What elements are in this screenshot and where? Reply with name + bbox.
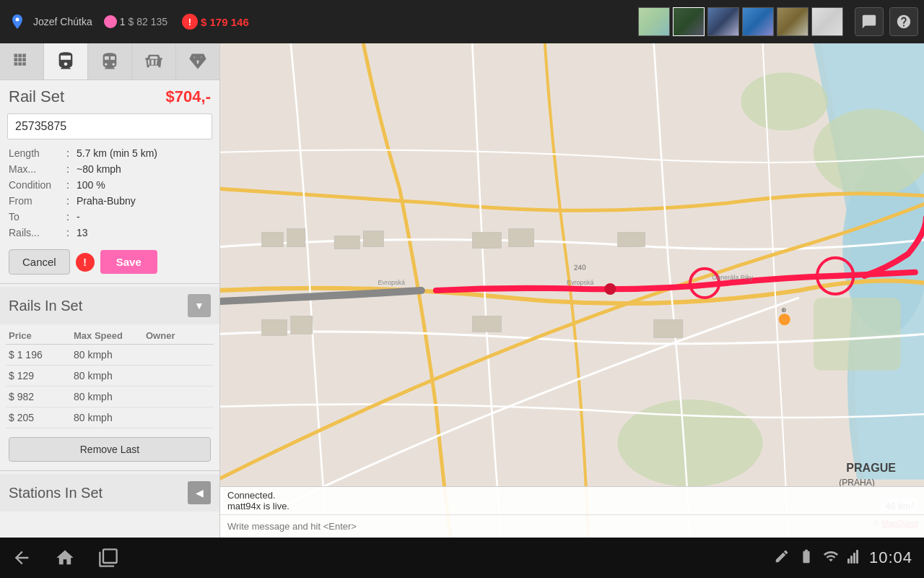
svg-text:Generála Piky: Generála Piky [712,274,753,281]
rail-set-price: $704,- [166,87,211,106]
svg-rect-15 [291,316,313,334]
chat-message-1: Connected. [227,490,917,501]
table-row: $ 205 80 kmph [6,407,214,428]
info-label-rails: Rails... [9,227,66,238]
map-area[interactable]: PRAGUE (PRAHA) 240 Evropská Evropská Gen… [220,43,924,538]
rails-table: Price Max Speed Owner $ 1 196 80 kmph $ … [0,324,219,431]
cancel-button[interactable]: Cancel [9,249,70,275]
help-icon-btn[interactable] [889,7,918,36]
map-type-map[interactable] [638,7,670,36]
info-row-condition: Condition : 100 % [9,177,211,193]
stations-in-set-title: Stations In Set [9,485,103,501]
table-row: $ 129 80 kmph [6,366,214,387]
svg-text:⊛: ⊛ [781,306,787,314]
svg-rect-16 [472,233,501,249]
map-type-aerial[interactable] [707,7,739,36]
tab-train[interactable] [88,43,132,79]
map-type-satellite[interactable] [673,7,705,36]
back-button[interactable] [0,542,43,574]
chat-messages: Connected. matt94x is live. [220,487,924,514]
signal-icon [847,548,860,567]
row-1-speed: 80 kmph [74,349,146,361]
info-label-to: To [9,211,66,223]
player-info: Jozef Chútka [6,10,92,33]
svg-text:PRAGUE: PRAGUE [846,461,896,474]
row-1-price: $ 1 196 [9,349,74,361]
info-value-to: - [77,211,80,223]
col-header-price: Price [9,330,74,341]
clock: 10:04 [869,548,912,567]
row-3-speed: 80 kmph [74,391,146,402]
action-row: Cancel ! Save [0,243,219,280]
home-button[interactable] [43,542,87,574]
map-type-terrain[interactable] [777,7,808,36]
google-maps-icon[interactable] [6,10,29,33]
main-content: Rail Set $704,- 25735875 Length : 5.7 km… [0,43,924,538]
rail-set-header: Rail Set $704,- [0,80,219,111]
chat-input-row [220,514,924,538]
recent-apps-button[interactable] [87,542,130,574]
info-row-max: Max... : ~80 kmph [9,161,211,177]
status-group-1: 1 $ 82 135 [104,15,167,28]
info-row-rails: Rails... : 13 [9,225,211,241]
chat-message-2: matt94x is live. [227,501,917,512]
svg-point-27 [779,314,790,325]
chat-input[interactable] [220,515,924,538]
rails-table-header: Price Max Speed Owner [6,327,214,345]
svg-rect-10 [261,233,283,247]
chat-overlay: Connected. matt94x is live. [220,486,924,538]
info-row-to: To : - [9,209,211,225]
map-svg: PRAGUE (PRAHA) 240 Evropská Evropská Gen… [220,43,924,538]
svg-rect-29 [847,558,850,564]
map-type-buttons [638,7,843,36]
info-value-length: 5.7 km (min 5 km) [77,147,157,159]
tab-grid[interactable] [0,43,44,79]
rails-in-set-header: Rails In Set ▼ [0,287,219,324]
left-panel: Rail Set $704,- 25735875 Length : 5.7 km… [0,43,220,538]
divider-2 [0,470,219,471]
table-row: $ 982 80 kmph [6,387,214,407]
svg-point-9 [604,283,616,295]
row-4-speed: 80 kmph [74,412,146,423]
svg-rect-18 [472,316,501,332]
info-table: Length : 5.7 km (min 5 km) Max... : ~80 … [0,142,219,243]
status-count: 1 [120,16,126,27]
svg-text:Evropská: Evropská [378,279,406,286]
row-2-speed: 80 kmph [74,370,146,381]
svg-rect-19 [617,233,645,247]
tab-diamond[interactable] [176,43,219,79]
svg-point-4 [741,72,828,130]
nav-tabs [0,43,219,80]
svg-rect-31 [853,553,855,564]
remove-last-button[interactable]: Remove Last [9,437,211,462]
svg-rect-13 [363,231,383,247]
col-header-speed: Max Speed [74,330,146,341]
tab-loco[interactable] [132,43,176,79]
svg-rect-32 [856,550,858,564]
status-group-2: ! $ 179 146 [182,14,249,30]
chat-icon-btn[interactable] [855,7,884,36]
col-header-owner: Owner [146,330,211,341]
edit-icon [774,548,790,567]
stations-collapse-btn[interactable]: ◀ [188,481,211,504]
rail-set-id[interactable]: 25735875 [7,113,212,139]
svg-rect-11 [287,229,305,247]
map-type-water[interactable] [742,7,774,36]
rail-set-title: Rail Set [9,87,64,106]
tab-rail[interactable] [44,43,88,79]
stations-in-set-header: Stations In Set ◀ [0,474,219,512]
map-type-blank[interactable] [811,7,843,36]
status-money: $ 82 135 [128,16,168,27]
svg-rect-30 [850,556,853,564]
svg-rect-20 [654,319,683,337]
status-dot [104,15,117,28]
rails-in-set-collapse[interactable]: ▼ [188,294,211,317]
info-row-from: From : Praha-Bubny [9,193,211,209]
info-label-length: Length [9,147,66,159]
divider-1 [0,283,219,284]
info-label-max: Max... [9,163,66,175]
rails-in-set-title: Rails In Set [9,298,82,314]
battery-icon [798,548,814,567]
save-button[interactable]: Save [100,250,157,274]
info-value-rails: 13 [77,227,88,238]
